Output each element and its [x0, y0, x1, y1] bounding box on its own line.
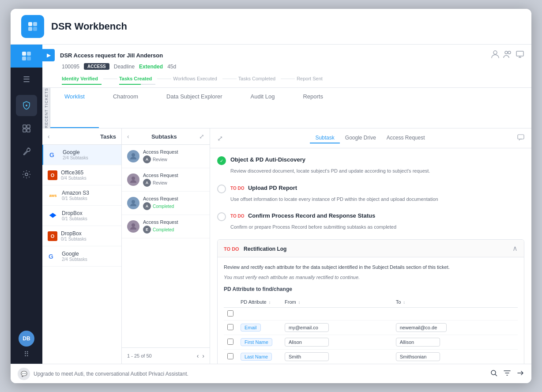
progress-step-tasks[interactable]: Tasks Created — [119, 72, 155, 85]
icon-users[interactable] — [503, 50, 512, 60]
task-item-dropbox-2[interactable]: O DropBox 0/1 Subtasks — [42, 226, 121, 246]
tasks-chevron-left[interactable]: ‹ — [48, 133, 50, 140]
task-name-office365: Office365 — [61, 170, 116, 176]
expand-panel-btn[interactable]: ▶ — [42, 49, 55, 61]
recent-tickets-tab[interactable]: RECENT TICKETS — [42, 88, 50, 128]
from-dropdown-first-name[interactable]: Alison — [285, 338, 329, 347]
tab-data-subject-explorer[interactable]: Data Subject Explorer — [152, 88, 236, 128]
progress-step-identity[interactable]: Identity Verified — [62, 72, 102, 85]
subtasks-chevron-left[interactable]: ‹ — [127, 133, 129, 140]
tab-audit-log[interactable]: Audit Log — [237, 88, 289, 128]
menu-toggle[interactable]: ☰ — [11, 68, 42, 91]
search-icon-bottom[interactable] — [490, 369, 498, 379]
detail-tab-access-request[interactable]: Access Request — [381, 133, 430, 143]
col-header-check — [224, 297, 237, 308]
task-subtasks-office365: 0/4 Subtasks — [61, 176, 116, 181]
more-options-icon[interactable]: ⠿ — [24, 350, 29, 358]
from-dropdown-email[interactable]: my@email.co — [285, 323, 329, 332]
icon-screen[interactable] — [516, 50, 524, 60]
svg-rect-6 — [22, 57, 26, 60]
subtask-avatar-4 — [127, 220, 139, 233]
table-row-header-empty — [224, 307, 518, 320]
subtask-item-1[interactable]: Access Request A Review — [122, 145, 210, 168]
task-item-office365[interactable]: O Office365 0/4 Subtasks — [42, 165, 121, 185]
sidebar-item-settings[interactable] — [16, 164, 37, 185]
progress-step-report[interactable]: Report Sent — [297, 72, 326, 85]
tab-worklist[interactable]: Worklist — [50, 88, 99, 128]
from-dropdown-last-name[interactable]: Smith — [285, 352, 329, 361]
recent-tickets-label: RECENT TICKETS — [44, 88, 49, 128]
subtasks-expand-icon[interactable]: ⤢ — [199, 133, 204, 140]
checkbox-first-name[interactable] — [227, 339, 233, 345]
next-page-btn[interactable]: › — [202, 352, 204, 359]
svg-point-16 — [508, 51, 511, 54]
sidebar: ☰ — [11, 45, 42, 364]
sidebar-item-tools[interactable] — [16, 141, 37, 162]
detail-task-title-1: Object & PD Auti-Discovery — [230, 156, 305, 163]
svg-rect-2 — [28, 27, 32, 31]
pd-attribute-table: PD Attribute ↕ From ↕ To ↕ — [224, 297, 518, 364]
detail-task-desc-1: Review discovered document, locate subje… — [230, 168, 524, 174]
task-item-dropbox-1[interactable]: DropBox 0/1 Subtasks — [42, 206, 121, 226]
tasks-panel: ‹ Tasks G Google 2/4 Subtasks — [42, 128, 122, 364]
task-item-google-2[interactable]: G Google 2/4 Subtasks — [42, 246, 121, 267]
task-item-amazon-s3[interactable]: aws Amazon S3 0/1 Subtasks — [42, 185, 121, 206]
detail-tab-subtask[interactable]: Subtask — [310, 133, 339, 143]
task-name-dropbox-1: DropBox — [62, 210, 116, 216]
rectification-description: Review and rectify each attribute for th… — [224, 264, 518, 271]
to-dropdown-email[interactable]: newemail@co.de — [396, 323, 447, 332]
checkbox-last-name[interactable] — [227, 353, 233, 359]
subtask-item-2[interactable]: Access Request A Review — [122, 168, 210, 192]
subtask-item-4[interactable]: Access Request E Completed — [122, 215, 210, 238]
subtask-item-3[interactable]: Access Request A Completed — [122, 192, 210, 215]
svg-rect-12 — [27, 129, 30, 132]
task-status-todo-3 — [217, 212, 226, 221]
checkbox-email[interactable] — [227, 324, 233, 330]
icon-user[interactable] — [491, 50, 500, 60]
detail-expand-btn[interactable]: ⤢ — [217, 134, 223, 143]
to-dropdown-last-name[interactable]: Smithsonian — [396, 352, 440, 361]
rectification-note: You must verify each attribute as manual… — [224, 275, 518, 280]
ticket-id: 100095 — [62, 64, 79, 70]
svg-rect-11 — [23, 129, 26, 132]
grid-icon — [22, 124, 31, 133]
svg-rect-5 — [27, 52, 31, 56]
tab-chatroom[interactable]: Chatroom — [99, 88, 152, 128]
user-avatar[interactable]: DB — [19, 331, 34, 347]
task-item-google[interactable]: G Google 2/4 Subtasks — [42, 145, 121, 165]
progress-step-completed[interactable]: Tasks Completed — [238, 72, 279, 85]
attr-tag-last-name: Last Name — [241, 353, 272, 361]
google-logo-2: G — [48, 251, 58, 262]
filter-icon-bottom[interactable] — [503, 369, 511, 379]
arrow-right-icon-bottom[interactable] — [516, 369, 524, 379]
table-row-email: Email my@email.co — [224, 320, 518, 335]
subtask-badge-2: A — [143, 179, 151, 187]
prev-page-btn[interactable]: ‹ — [197, 352, 199, 359]
task-status-todo-2 — [217, 185, 226, 193]
detail-tab-google-drive[interactable]: Google Drive — [340, 133, 381, 143]
comment-icon[interactable] — [517, 134, 524, 143]
table-row-first-name: First Name Alison — [224, 335, 518, 349]
svg-rect-3 — [33, 27, 37, 31]
sidebar-item-grid[interactable] — [16, 118, 37, 139]
tab-reports[interactable]: Reports — [289, 88, 337, 128]
deadline-label: Deadline — [114, 64, 135, 70]
office-logo-2: O — [48, 231, 57, 241]
chatbot-message: Upgrade to meet Auti, the conversational… — [34, 371, 188, 377]
attr-tag-email: Email — [241, 324, 261, 332]
progress-step-workflows[interactable]: Workflows Executed — [173, 72, 220, 85]
collapse-btn[interactable]: ∧ — [512, 244, 518, 253]
sidebar-item-shield[interactable] — [16, 95, 37, 116]
rectification-section: TO DO Rectification Log ∧ Review and rec… — [217, 239, 524, 364]
to-dropdown-first-name[interactable]: Allison — [396, 338, 440, 347]
rect-todo-label: TO DO — [224, 246, 239, 252]
checkbox-header[interactable] — [227, 310, 233, 317]
svg-rect-24 — [518, 135, 524, 139]
subtask-avatar-3 — [127, 197, 139, 209]
sidebar-logo — [20, 50, 33, 62]
svg-point-23 — [132, 223, 135, 227]
subtask-status-4: Completed — [153, 227, 174, 232]
svg-text:G: G — [49, 253, 53, 260]
subtask-name-2: Access Request — [143, 173, 204, 178]
rectification-header: TO DO Rectification Log ∧ — [218, 240, 524, 257]
